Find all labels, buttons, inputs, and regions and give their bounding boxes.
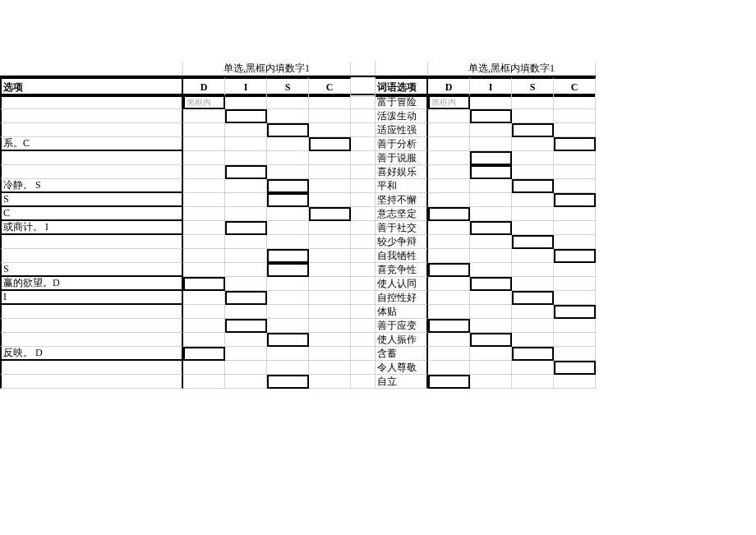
right-disc-cell: [470, 235, 512, 249]
gap-cell: [351, 123, 376, 137]
left-disc-cell: [267, 277, 309, 291]
header-option-right: 词语选项: [376, 77, 428, 97]
right-disc-cell[interactable]: [470, 109, 512, 123]
left-disc-cell[interactable]: [267, 375, 309, 389]
left-disc-cell[interactable]: [267, 179, 309, 193]
gap-cell: [351, 179, 376, 193]
left-disc-cell[interactable]: [309, 137, 351, 151]
right-disc-cell[interactable]: [512, 291, 554, 305]
left-disc-cell[interactable]: [309, 207, 351, 221]
left-disc-cell[interactable]: [225, 319, 267, 333]
right-disc-cell: [512, 263, 554, 277]
left-disc-cell[interactable]: [267, 333, 309, 347]
left-disc-cell[interactable]: 黑框内: [183, 95, 225, 109]
left-disc-cell: [183, 333, 225, 347]
gap-cell: [351, 347, 376, 361]
left-disc-cell: [267, 361, 309, 375]
gap-cell: [351, 207, 376, 221]
right-disc-cell: [470, 123, 512, 137]
left-label-cell: 冷静。 S: [0, 179, 183, 193]
gap-cell: [351, 249, 376, 263]
right-disc-cell: [512, 151, 554, 165]
right-disc-cell[interactable]: [512, 123, 554, 137]
gap-cell: [351, 333, 376, 347]
left-disc-cell: [183, 137, 225, 151]
left-disc-cell: [267, 221, 309, 235]
gap-cell: [351, 263, 376, 277]
table-row: 使人振作: [0, 333, 596, 347]
left-disc-cell: [225, 361, 267, 375]
right-disc-cell: [512, 319, 554, 333]
right-disc-cell[interactable]: [428, 375, 470, 389]
table-row: 适应性强: [0, 123, 596, 137]
left-disc-cell: [183, 361, 225, 375]
gap-cell: [351, 235, 376, 249]
right-disc-cell: [428, 291, 470, 305]
right-disc-cell: [512, 375, 554, 389]
left-label-cell: [0, 361, 183, 375]
right-disc-cell[interactable]: [512, 179, 554, 193]
left-disc-cell: [267, 305, 309, 319]
gap-cell: [351, 361, 376, 375]
left-disc-cell: [225, 333, 267, 347]
table-row: 喜好娱乐: [0, 165, 596, 179]
right-label-cell: 善于说服: [376, 151, 428, 165]
left-disc-cell: [183, 291, 225, 305]
left-label-cell: C: [0, 207, 183, 221]
left-disc-cell: [225, 179, 267, 193]
right-disc-cell: [470, 361, 512, 375]
left-label-cell: [0, 249, 183, 263]
right-disc-cell[interactable]: [470, 333, 512, 347]
left-disc-cell: [309, 193, 351, 207]
placeholder-text: 黑框内: [187, 97, 211, 108]
left-disc-cell: [183, 249, 225, 263]
right-disc-cell[interactable]: [554, 137, 596, 151]
left-disc-cell: [267, 95, 309, 109]
left-disc-cell[interactable]: [225, 221, 267, 235]
right-disc-cell[interactable]: [428, 263, 470, 277]
right-disc-cell: [428, 249, 470, 263]
right-label-cell: 平和: [376, 179, 428, 193]
left-disc-cell: [267, 109, 309, 123]
table-row: 善于说服: [0, 151, 596, 165]
table-row: 较少争辩: [0, 235, 596, 249]
header-c-right: C: [554, 77, 596, 97]
left-disc-cell[interactable]: [225, 291, 267, 305]
right-disc-cell: [554, 179, 596, 193]
right-disc-cell: [554, 165, 596, 179]
table-row: S喜竞争性: [0, 263, 596, 277]
left-disc-cell: [267, 291, 309, 305]
left-label-cell: S: [0, 193, 183, 207]
right-disc-cell[interactable]: [428, 319, 470, 333]
right-disc-cell[interactable]: 黑框内: [428, 95, 470, 109]
right-disc-cell: [428, 221, 470, 235]
left-disc-cell: [267, 165, 309, 179]
right-disc-cell[interactable]: [470, 277, 512, 291]
left-disc-cell: [183, 305, 225, 319]
right-disc-cell[interactable]: [470, 165, 512, 179]
right-disc-cell[interactable]: [470, 151, 512, 165]
left-disc-cell[interactable]: [267, 263, 309, 277]
right-disc-cell[interactable]: [554, 361, 596, 375]
left-disc-cell[interactable]: [267, 249, 309, 263]
left-disc-cell[interactable]: [225, 109, 267, 123]
left-disc-cell: [225, 235, 267, 249]
title-row: 单选,黑框内填数字1 单选,黑框内填数字1: [0, 62, 596, 76]
right-label-cell: 较少争辩: [376, 235, 428, 249]
right-disc-cell[interactable]: [470, 221, 512, 235]
left-label-cell: [0, 305, 183, 319]
left-disc-cell[interactable]: [225, 165, 267, 179]
left-disc-cell[interactable]: [183, 347, 225, 361]
left-disc-cell[interactable]: [183, 277, 225, 291]
right-disc-cell[interactable]: [512, 235, 554, 249]
right-disc-cell[interactable]: [554, 249, 596, 263]
left-disc-cell[interactable]: [267, 193, 309, 207]
right-disc-cell: [470, 249, 512, 263]
right-disc-cell[interactable]: [428, 207, 470, 221]
left-disc-cell[interactable]: [267, 123, 309, 137]
right-disc-cell[interactable]: [554, 305, 596, 319]
right-disc-cell[interactable]: [554, 193, 596, 207]
left-disc-cell: [225, 95, 267, 109]
right-disc-cell: [512, 277, 554, 291]
right-disc-cell[interactable]: [512, 347, 554, 361]
